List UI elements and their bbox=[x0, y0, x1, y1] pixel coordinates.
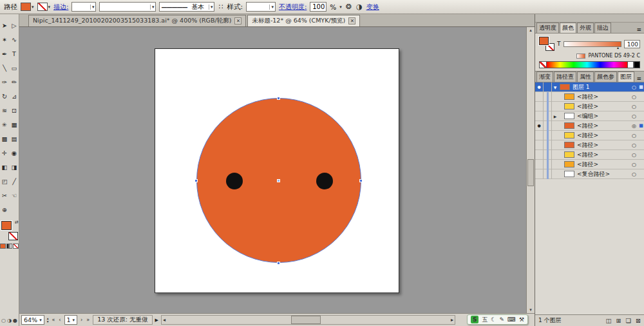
layer-row-path[interactable]: <路径> ○ bbox=[535, 160, 644, 169]
layer-target-icon[interactable]: ○ bbox=[630, 94, 638, 100]
canvas[interactable]: ▴ ▾ bbox=[19, 27, 535, 313]
layer-thumbnail[interactable] bbox=[560, 84, 570, 90]
visibility-toggle[interactable] bbox=[535, 169, 544, 179]
document-tab-2[interactable]: 未标题-12* @ 64% (CMYK/预览) ✕ bbox=[247, 15, 360, 26]
close-icon[interactable]: ✕ bbox=[348, 17, 355, 24]
tab-attributes[interactable]: 属性 bbox=[577, 72, 594, 82]
lock-toggle[interactable] bbox=[544, 169, 552, 179]
layer-target-icon[interactable]: ○ bbox=[630, 84, 638, 90]
live-paint-selection-tool[interactable]: ◨ bbox=[10, 160, 19, 175]
visibility-toggle[interactable] bbox=[535, 92, 544, 102]
magic-wand-tool[interactable]: ✶ bbox=[1, 33, 9, 47]
lock-toggle[interactable] bbox=[544, 131, 552, 140]
lock-toggle[interactable] bbox=[544, 150, 552, 160]
layer-thumbnail[interactable] bbox=[564, 151, 574, 158]
stroke-weight-select[interactable]: ▾ bbox=[71, 2, 96, 12]
keyboard-icon[interactable]: ⌨ bbox=[507, 316, 516, 323]
tab-layers[interactable]: 图层 bbox=[618, 72, 634, 82]
tint-slider[interactable]: ▴ bbox=[564, 41, 622, 47]
fill-stroke-proxy[interactable] bbox=[539, 37, 554, 51]
visibility-toggle[interactable] bbox=[535, 102, 544, 111]
zoom-level-select[interactable]: 64% ▾ bbox=[21, 315, 44, 325]
layer-target-icon[interactable]: ○ bbox=[630, 162, 638, 168]
layer-row-path-selected[interactable]: ● <路径> ◎ ■ bbox=[535, 121, 644, 131]
live-paint-bucket-tool[interactable]: ◧ bbox=[1, 160, 9, 175]
visibility-toggle[interactable] bbox=[535, 140, 544, 150]
white-swatch[interactable] bbox=[627, 61, 634, 68]
recolor-artwork-icon[interactable]: ❂ bbox=[345, 3, 352, 11]
layer-name[interactable]: <路径> bbox=[574, 141, 630, 149]
artboard[interactable] bbox=[155, 48, 399, 293]
screen-mode-fullscreen-menu-icon[interactable]: ◑ bbox=[7, 318, 12, 323]
slice-tool[interactable]: ╱ bbox=[10, 175, 19, 189]
sogou-logo-icon[interactable]: S bbox=[471, 316, 478, 323]
tint-slider-handle[interactable]: ▴ bbox=[617, 46, 619, 49]
layer-thumbnail[interactable] bbox=[564, 93, 574, 100]
scroll-up-icon[interactable]: ▴ bbox=[527, 28, 535, 33]
layer-name[interactable]: <路径> bbox=[574, 160, 630, 169]
ime-toolbar[interactable]: S 五 ☾ ✎ ⌨ ⚒ bbox=[467, 314, 528, 325]
status-flyout-icon[interactable]: ▶ bbox=[155, 318, 158, 323]
layer-thumbnail[interactable] bbox=[564, 142, 574, 148]
screen-mode-fullscreen-icon[interactable]: ● bbox=[13, 318, 17, 323]
tint-value-field[interactable]: 100 bbox=[624, 40, 640, 48]
visibility-toggle[interactable] bbox=[535, 131, 544, 140]
pen-icon[interactable]: ✎ bbox=[499, 316, 504, 323]
layer-name[interactable]: 图层 1 bbox=[570, 83, 630, 91]
layer-row-group[interactable]: ▶ <编组> ○ bbox=[535, 111, 644, 121]
lock-toggle[interactable] bbox=[544, 92, 552, 102]
paintbrush-tool[interactable]: ✑ bbox=[1, 75, 9, 90]
layer-name[interactable]: <复合路径> bbox=[574, 170, 630, 178]
lock-toggle[interactable] bbox=[544, 121, 552, 131]
eyedropper-tool[interactable]: ✛ bbox=[1, 146, 9, 160]
layer-row-path[interactable]: <路径> ○ bbox=[535, 150, 644, 160]
layer-row-compound-path[interactable]: <复合路径> ○ bbox=[535, 169, 644, 179]
stroke-profile-select[interactable]: ————— 基本 ▾ bbox=[159, 2, 214, 12]
selection-tool[interactable]: ➤ bbox=[1, 19, 9, 33]
layer-thumbnail[interactable] bbox=[564, 103, 574, 110]
left-eye-shape[interactable] bbox=[226, 173, 243, 189]
center-point[interactable] bbox=[277, 179, 280, 182]
visibility-toggle[interactable] bbox=[535, 111, 544, 121]
layer-target-icon[interactable]: ○ bbox=[630, 133, 638, 139]
pencil-tool[interactable]: ✏ bbox=[10, 75, 19, 90]
tab-color[interactable]: 颜色 bbox=[560, 23, 576, 33]
warp-tool[interactable]: ≋ bbox=[1, 104, 9, 118]
vertical-scrollbar[interactable]: ▴ ▾ bbox=[526, 27, 535, 313]
make-clip-mask-icon[interactable]: ◫ bbox=[606, 317, 612, 324]
layer-target-icon[interactable]: ○ bbox=[630, 104, 638, 110]
layer-name[interactable]: <编组> bbox=[574, 112, 630, 120]
gradient-tool[interactable]: ▤ bbox=[10, 132, 19, 146]
visibility-toggle[interactable]: ● bbox=[535, 121, 544, 131]
pen-tool[interactable]: ✒ bbox=[1, 47, 9, 61]
stroke-proxy-icon[interactable] bbox=[8, 232, 18, 240]
graphic-style-select[interactable]: ▾ bbox=[246, 2, 276, 12]
expand-toggle[interactable]: ▼ bbox=[552, 85, 558, 90]
scale-tool[interactable]: ⊿ bbox=[10, 90, 19, 104]
layer-name[interactable]: <路径> bbox=[574, 102, 630, 111]
expand-toggle[interactable]: ▶ bbox=[552, 114, 558, 119]
layer-target-icon[interactable]: ○ bbox=[630, 113, 638, 119]
last-artboard-button[interactable]: » bbox=[86, 317, 90, 323]
new-layer-icon[interactable]: ❏ bbox=[626, 317, 632, 324]
opacity-mask-icon[interactable]: ◑ bbox=[355, 3, 363, 11]
transform-link[interactable]: 变换 bbox=[366, 3, 379, 12]
spectrum-ramp[interactable] bbox=[547, 61, 627, 68]
artboard-number-select[interactable]: 1 ▾ bbox=[64, 315, 78, 325]
screen-mode-normal-icon[interactable]: ○ bbox=[1, 318, 6, 323]
graph-tool[interactable]: ▦ bbox=[10, 118, 19, 132]
first-artboard-button[interactable]: « bbox=[51, 317, 55, 323]
free-transform-tool[interactable]: ⊡ bbox=[10, 104, 19, 118]
gradient-mode-button[interactable] bbox=[6, 244, 12, 249]
lock-toggle[interactable] bbox=[544, 111, 552, 121]
scroll-right-icon[interactable]: ▸ bbox=[450, 317, 455, 323]
horizontal-scroll-thumb[interactable] bbox=[291, 316, 321, 324]
fill-stroke-indicator[interactable]: ⇄ bbox=[1, 221, 18, 240]
type-tool[interactable]: T bbox=[10, 47, 19, 61]
panel-menu-icon[interactable]: ≡ bbox=[635, 26, 643, 33]
prev-artboard-button[interactable]: ‹ bbox=[58, 317, 61, 323]
zoom-spinner[interactable]: ▴ ▾ bbox=[47, 317, 49, 323]
tab-color-guide[interactable]: 颜色参 bbox=[594, 72, 617, 82]
scroll-down-icon[interactable]: ▾ bbox=[527, 307, 535, 312]
layer-target-icon[interactable]: ○ bbox=[630, 142, 638, 148]
